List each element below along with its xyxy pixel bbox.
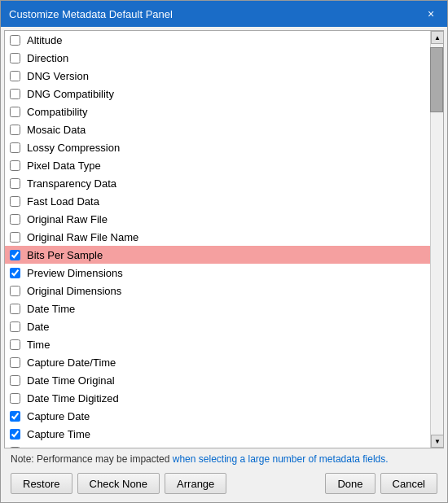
checkbox-transparency-data[interactable] <box>10 178 20 189</box>
label-date-time-original: Date Time Original <box>27 374 115 387</box>
checkbox-compatibility[interactable] <box>10 107 20 117</box>
label-time: Time <box>27 339 50 351</box>
list-item-date[interactable]: Date <box>5 317 430 335</box>
checkbox-capture-date-time[interactable] <box>10 357 20 368</box>
note-highlight: when selecting a large number of metadat… <box>173 453 389 465</box>
checkbox-date-time-digitized[interactable] <box>10 393 20 404</box>
checkbox-pixel-data-type[interactable] <box>10 160 20 171</box>
customize-metadata-dialog: Customize Metadata Default Panel × Altit… <box>0 0 448 503</box>
label-original-raw-file: Original Raw File <box>27 213 108 225</box>
list-item-pixel-data-type[interactable]: Pixel Data Type <box>5 156 430 174</box>
checkbox-time[interactable] <box>10 339 20 350</box>
checkbox-debug-capture-time[interactable] <box>10 447 20 448</box>
checkbox-direction[interactable] <box>10 53 20 63</box>
label-dng-compat: DNG Compatibility <box>27 88 114 100</box>
checkbox-date-time-original[interactable] <box>10 375 20 386</box>
checkbox-capture-date[interactable] <box>10 411 20 422</box>
label-direction: Direction <box>27 52 68 64</box>
list-item-fast-load-data[interactable]: Fast Load Data <box>5 192 430 210</box>
scroll-up-button[interactable]: ▲ <box>431 31 444 44</box>
list-item-original-raw-file[interactable]: Original Raw File <box>5 210 430 228</box>
cancel-button[interactable]: Cancel <box>380 473 437 494</box>
list-item-direction[interactable]: Direction <box>5 49 430 67</box>
close-button[interactable]: × <box>423 6 439 22</box>
scroll-down-button[interactable]: ▼ <box>431 435 444 448</box>
list-item-mosaic-data[interactable]: Mosaic Data <box>5 120 430 138</box>
list-item-date-time-original[interactable]: Date Time Original <box>5 371 430 389</box>
list-item-bits-per-sample[interactable]: Bits Per Sample <box>5 246 430 264</box>
checkbox-preview-dimensions[interactable] <box>10 268 20 278</box>
list-item-capture-time[interactable]: Capture Time <box>5 425 430 443</box>
list-item-transparency-data[interactable]: Transparency Data <box>5 174 430 192</box>
list-item-dng-compat[interactable]: DNG Compatibility <box>5 85 430 103</box>
label-dng-version: DNG Version <box>27 70 89 82</box>
arrange-button[interactable]: Arrange <box>165 473 226 494</box>
list-item-capture-date-time[interactable]: Capture Date/Time <box>5 353 430 371</box>
metadata-list-scroll[interactable]: AltitudeDirectionDNG VersionDNG Compatib… <box>5 31 430 448</box>
checkbox-date[interactable] <box>10 321 20 332</box>
label-original-raw-file-name: Original Raw File Name <box>27 231 138 243</box>
list-item-preview-dimensions[interactable]: Preview Dimensions <box>5 264 430 282</box>
label-mosaic-data: Mosaic Data <box>27 124 86 136</box>
list-item-compatibility[interactable]: Compatibility <box>5 103 430 120</box>
list-item-time[interactable]: Time <box>5 335 430 353</box>
checkbox-original-raw-file[interactable] <box>10 214 20 225</box>
label-date-time-digitized: Date Time Digitized <box>27 392 119 405</box>
scroll-thumb[interactable] <box>430 47 443 112</box>
title-bar: Customize Metadata Default Panel × <box>1 1 447 27</box>
checkbox-original-dimensions[interactable] <box>10 286 20 296</box>
dialog-title: Customize Metadata Default Panel <box>9 8 173 20</box>
checkbox-bits-per-sample[interactable] <box>10 250 20 260</box>
content-area: AltitudeDirectionDNG VersionDNG Compatib… <box>1 27 447 502</box>
checkbox-dng-version[interactable] <box>10 71 20 81</box>
label-fast-load-data: Fast Load Data <box>27 195 99 208</box>
label-lossy-compression: Lossy Compression <box>27 142 120 154</box>
note-area: Note: Performance may be impacted when s… <box>4 448 444 468</box>
label-date-time: Date Time <box>27 303 75 315</box>
list-item-date-time[interactable]: Date Time <box>5 300 430 317</box>
list-item-date-time-digitized[interactable]: Date Time Digitized <box>5 389 430 407</box>
checkbox-dng-compat[interactable] <box>10 89 20 99</box>
metadata-list-container: AltitudeDirectionDNG VersionDNG Compatib… <box>4 30 444 448</box>
button-bar: Restore Check None Arrange Done Cancel <box>4 468 444 499</box>
label-altitude: Altitude <box>27 34 62 46</box>
checkbox-fast-load-data[interactable] <box>10 196 20 207</box>
list-item-altitude[interactable]: Altitude <box>5 31 430 49</box>
list-item-original-raw-file-name[interactable]: Original Raw File Name <box>5 228 430 246</box>
check-none-button[interactable]: Check None <box>77 473 160 494</box>
list-item-capture-date[interactable]: Capture Date <box>5 407 430 425</box>
checkbox-mosaic-data[interactable] <box>10 125 20 135</box>
spacer <box>231 473 320 494</box>
checkbox-date-time[interactable] <box>10 304 20 314</box>
checkbox-capture-time[interactable] <box>10 429 20 440</box>
list-item-debug-capture-time[interactable]: Debug Capture Time <box>5 443 430 448</box>
label-capture-time: Capture Time <box>27 428 90 440</box>
label-capture-date: Capture Date <box>27 410 90 422</box>
restore-button[interactable]: Restore <box>11 473 72 494</box>
list-item-original-dimensions[interactable]: Original Dimensions <box>5 282 430 300</box>
checkbox-altitude[interactable] <box>10 35 20 46</box>
label-compatibility: Compatibility <box>27 106 87 118</box>
label-pixel-data-type: Pixel Data Type <box>27 160 101 172</box>
label-debug-capture-time: Debug Capture Time <box>27 446 125 448</box>
note-prefix: Note: Performance may be impacted <box>11 453 173 465</box>
done-button[interactable]: Done <box>325 473 375 494</box>
list-item-dng-version[interactable]: DNG Version <box>5 67 430 85</box>
label-bits-per-sample: Bits Per Sample <box>27 249 103 261</box>
label-transparency-data: Transparency Data <box>27 177 116 190</box>
checkbox-original-raw-file-name[interactable] <box>10 232 20 243</box>
label-capture-date-time: Capture Date/Time <box>27 356 116 369</box>
label-original-dimensions: Original Dimensions <box>27 285 121 297</box>
label-preview-dimensions: Preview Dimensions <box>27 267 123 279</box>
list-item-lossy-compression[interactable]: Lossy Compression <box>5 138 430 156</box>
label-date: Date <box>27 321 49 333</box>
scrollbar: ▲ ▼ <box>430 31 443 448</box>
checkbox-lossy-compression[interactable] <box>10 142 20 153</box>
